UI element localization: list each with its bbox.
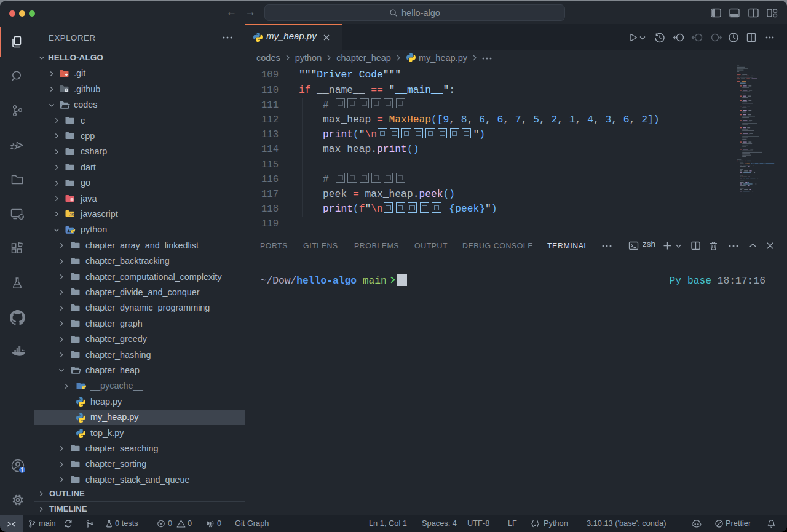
svg-text:1: 1 [20,467,24,474]
svg-text:JS: JS [69,213,75,218]
